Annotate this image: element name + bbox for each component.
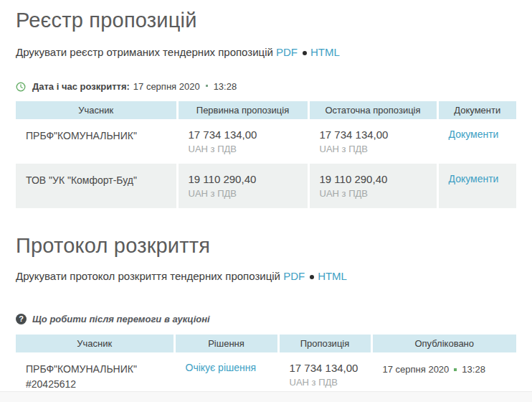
protocol-table-header-row: Учасник Рішення Пропозиція Опубліковано <box>16 335 516 352</box>
header-proposal: Пропозиція <box>278 335 371 352</box>
header-participant: Учасник <box>16 335 174 352</box>
clock-icon <box>16 82 26 92</box>
protocol-pdf-link[interactable]: PDF <box>283 270 305 282</box>
registry-print-text: Друкувати реєстр отриманих тендерних про… <box>16 46 273 58</box>
protocol-section-title: Протокол розкриття <box>16 233 516 258</box>
registry-html-link[interactable]: HTML <box>310 46 340 58</box>
header-participant: Учасник <box>16 101 177 119</box>
initial-proposal-currency: UAH з ПДВ <box>189 187 300 200</box>
tender-results-page: Реєстр пропозицій Друкувати реєстр отрим… <box>0 7 532 400</box>
published-time: 13:28 <box>462 364 485 375</box>
header-final-proposal: Остаточна пропозиція <box>308 101 437 119</box>
header-documents: Документи <box>437 101 516 119</box>
footer-strip <box>0 391 532 402</box>
date-time-separator-icon <box>454 368 457 371</box>
disclosure-date: 17 серпня 2020 <box>133 81 200 92</box>
date-time-separator-icon <box>206 85 208 87</box>
participant-name: ПРБФ"КОМУНАЛЬНИК" <box>26 128 169 143</box>
participant-name: ПРБФ"КОМУНАЛЬНИК" <box>26 361 166 376</box>
disclosure-protocol-table: Учасник Рішення Пропозиція Опубліковано … <box>16 335 516 400</box>
bullet-separator-icon <box>303 51 307 55</box>
bullet-separator-icon <box>310 275 314 279</box>
auction-win-hint-text[interactable]: Що робити після перемоги в аукціоні <box>32 314 210 324</box>
final-proposal-amount: 17 734 134,00 <box>320 128 429 141</box>
final-proposal-amount: 19 110 290,40 <box>320 172 429 186</box>
proposal-currency: UAH з ПДВ <box>290 376 364 388</box>
disclosure-time: 13:28 <box>214 81 237 92</box>
published-date: 17 серпня 2020 <box>383 364 450 375</box>
header-published: Опубліковано <box>371 335 516 352</box>
header-decision: Рішення <box>174 335 278 352</box>
registry-table-row: ТОВ "УК "Комфорт-Буд" 19 110 290,40 UAH … <box>16 164 516 208</box>
published-datetime: 17 серпня 202013:28 <box>383 361 510 376</box>
initial-proposal-currency: UAH з ПДВ <box>189 143 300 155</box>
protocol-print-line: Друкувати протокол розкриття тендерних п… <box>16 270 516 282</box>
registry-section-title: Реєстр пропозицій <box>16 7 516 33</box>
participant-name: ТОВ "УК "Комфорт-Буд" <box>26 172 169 187</box>
participant-id: #20425612 <box>26 376 166 391</box>
initial-proposal-amount: 19 110 290,40 <box>189 172 300 186</box>
header-initial-proposal: Первинна пропозиція <box>177 101 308 119</box>
final-proposal-currency: UAH з ПДВ <box>320 143 429 155</box>
documents-link[interactable]: Документи <box>449 128 499 140</box>
question-icon: ? <box>16 314 27 324</box>
disclosure-datetime-line: Дата і час розкриття: 17 серпня 2020 13:… <box>16 81 516 92</box>
decision-status-link[interactable]: Очікує рішення <box>186 362 257 373</box>
proposals-registry-table: Учасник Первинна пропозиція Остаточна пр… <box>16 101 516 208</box>
protocol-print-text: Друкувати протокол розкриття тендерних п… <box>16 270 280 282</box>
auction-win-hint-line: ? Що робити після перемоги в аукціоні <box>16 314 516 324</box>
registry-table-row: ПРБФ"КОМУНАЛЬНИК" 17 734 134,00 UAH з ПД… <box>16 119 516 164</box>
registry-pdf-link[interactable]: PDF <box>276 46 298 58</box>
initial-proposal-amount: 17 734 134,00 <box>189 128 300 141</box>
registry-print-line: Друкувати реєстр отриманих тендерних про… <box>16 46 516 58</box>
proposal-amount: 17 734 134,00 <box>290 361 364 375</box>
disclosure-datetime-label: Дата і час розкриття: <box>32 81 130 92</box>
final-proposal-currency: UAH з ПДВ <box>320 187 429 200</box>
documents-link[interactable]: Документи <box>449 173 499 184</box>
registry-table-header-row: Учасник Первинна пропозиція Остаточна пр… <box>16 101 516 119</box>
protocol-html-link[interactable]: HTML <box>318 270 347 282</box>
